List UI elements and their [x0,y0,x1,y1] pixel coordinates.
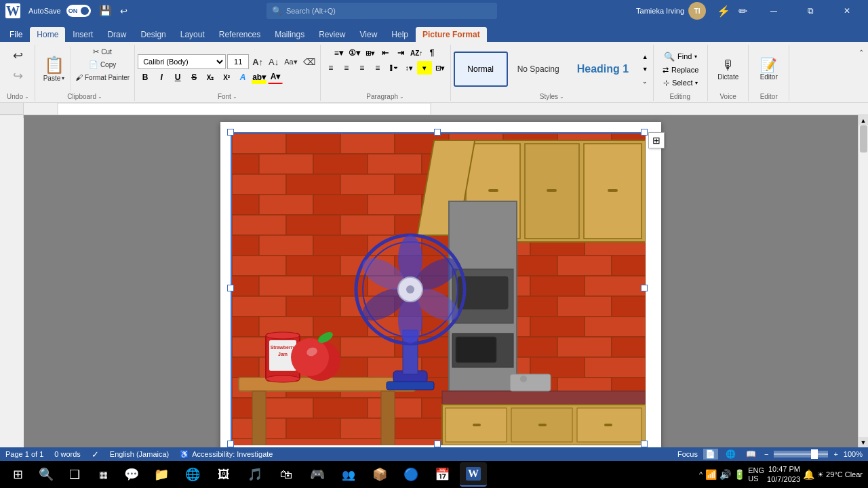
align-left-button[interactable]: ≡ [323,61,338,75]
styles-scroll-up[interactable]: ▲ [639,51,650,63]
tab-mailings[interactable]: Mailings [268,27,311,42]
find-button[interactable]: 🔍 Find ▾ [661,50,700,63]
clear-formatting-button[interactable]: ⌫ [301,56,317,68]
scroll-thumb[interactable] [860,125,867,152]
subscript-button[interactable]: X₂ [203,70,218,84]
text-effects-button[interactable]: A [235,70,250,84]
font-color-button[interactable]: A▾ [268,70,283,84]
kitchen-image[interactable]: Strawberry Jam [231,132,644,444]
paragraph-expand-icon[interactable]: ⌄ [399,94,404,100]
text-highlight-button[interactable]: ab▾ [252,70,267,84]
file-explorer-button[interactable]: 📁 [148,462,175,487]
handle-top-middle[interactable] [434,129,441,136]
autosave-toggle[interactable]: ON [66,5,91,17]
align-right-button[interactable]: ≡ [355,61,370,75]
read-mode-button[interactable]: 📖 [744,449,759,460]
media-app[interactable]: 🎵 [241,462,269,487]
ribbon-lightning-icon[interactable]: ⚡ [717,5,730,18]
photos-app[interactable]: 🖼 [210,462,237,487]
zoom-in-button[interactable]: + [833,450,837,458]
print-layout-button[interactable]: 📄 [703,449,718,460]
handle-top-left[interactable] [227,129,234,136]
vertical-scrollbar[interactable]: ▲ ▼ [858,115,868,447]
styles-scroll-down[interactable]: ▼ [639,63,650,75]
scroll-down-button[interactable]: ▼ [859,437,869,447]
proofing-check[interactable]: ✓ [92,449,99,460]
weather-widget[interactable]: ☀ 29°C Clear [817,470,863,479]
chat-button[interactable]: 💬 [119,462,144,487]
undo-button[interactable]: ↩ [8,46,28,65]
edge-button[interactable]: 🌐 [179,462,206,487]
show-formatting-button[interactable]: ¶ [425,46,439,60]
tray-arrow[interactable]: ^ [699,470,703,479]
focus-button[interactable]: Focus [677,450,698,458]
tab-file[interactable]: File [3,27,29,42]
dropbox-app[interactable]: 📦 [366,462,393,487]
widgets-button[interactable]: ▦ [91,462,115,487]
style-normal[interactable]: Normal [454,52,508,87]
tab-picture-format[interactable]: Picture Format [416,27,487,42]
redo-button[interactable]: ↪ [8,66,28,85]
word-count[interactable]: 0 words [54,450,81,458]
scroll-up-button[interactable]: ▲ [859,115,869,125]
clipboard-expand-icon[interactable]: ⌄ [98,94,102,100]
change-case-button[interactable]: Aa▾ [282,56,299,68]
justify-button[interactable]: ≡ [370,61,385,75]
teams-app[interactable]: 👥 [335,462,362,487]
underline-button[interactable]: U [170,70,185,84]
ribbon-pen-icon[interactable]: ✏ [738,5,747,18]
handle-bottom-right[interactable] [641,441,648,447]
columns-button[interactable]: ⫿▾ [386,61,401,75]
decrease-indent-button[interactable]: ⇤ [378,46,393,60]
minimize-button[interactable]: ─ [758,0,789,22]
increase-indent-button[interactable]: ⇥ [393,46,408,60]
battery-icon[interactable]: 🔋 [734,469,745,480]
calendar-app[interactable]: 📅 [429,462,456,487]
bold-button[interactable]: B [138,70,153,84]
notifications-icon[interactable]: 🔔 [803,469,814,480]
document-area[interactable]: Strawberry Jam [24,115,858,447]
numbered-list-button[interactable]: ①▾ [347,46,361,60]
replace-button[interactable]: ⇄ Replace [660,64,701,76]
tab-view[interactable]: View [353,27,384,42]
handle-top-right[interactable] [641,129,648,136]
styles-expand-icon[interactable]: ⌄ [559,94,564,100]
save-icon[interactable]: 💾 [99,5,112,17]
zoom-out-button[interactable]: − [764,450,768,458]
xbox-app[interactable]: 🎮 [304,462,331,487]
tab-home[interactable]: Home [30,27,65,42]
cut-button[interactable]: ✂ Cut [73,46,132,58]
undo-title-icon[interactable]: ↩ [120,6,127,16]
tab-review[interactable]: Review [312,27,352,42]
font-expand-icon[interactable]: ⌄ [233,94,237,100]
style-heading1[interactable]: Heading 1 [569,52,637,87]
align-center-button[interactable]: ≡ [339,61,354,75]
tab-design[interactable]: Design [134,27,172,42]
image-layout-icon[interactable]: ⊞ [648,132,665,148]
font-size-input[interactable] [227,54,249,69]
web-layout-button[interactable]: 🌐 [724,449,738,460]
task-view-button[interactable]: ❑ [62,462,87,487]
word-app[interactable]: W [460,462,487,487]
editor-button[interactable]: 📝 Editor [757,56,781,83]
handle-bottom-left[interactable] [227,441,234,447]
sort-button[interactable]: AZ↑ [409,46,424,60]
copy-button[interactable]: 📄 Copy [73,59,132,70]
line-spacing-button[interactable]: ↕▾ [401,61,416,75]
tab-help[interactable]: Help [384,27,415,42]
ribbon-collapse-button[interactable]: ⌃ [856,47,867,58]
select-button[interactable]: ⊹ Select ▾ [660,77,701,89]
clock[interactable]: 10:47 PM 10/7/2023 [767,464,800,485]
search-input-label[interactable]: Search (Alt+Q) [286,7,336,15]
network-icon[interactable]: 📶 [705,469,717,480]
taskbar-search[interactable]: 🔍 [34,462,58,487]
close-button[interactable]: ✕ [831,0,863,22]
accessibility-indicator[interactable]: ♿ Accessibility: Investigate [180,450,273,459]
italic-button[interactable]: I [154,70,169,84]
zoom-thumb[interactable] [811,449,818,459]
tab-insert[interactable]: Insert [66,27,100,42]
page-info[interactable]: Page 1 of 1 [5,450,43,458]
volume-icon[interactable]: 🔊 [719,469,731,480]
store-app[interactable]: 🛍 [273,462,300,487]
zoom-slider[interactable] [774,451,828,458]
